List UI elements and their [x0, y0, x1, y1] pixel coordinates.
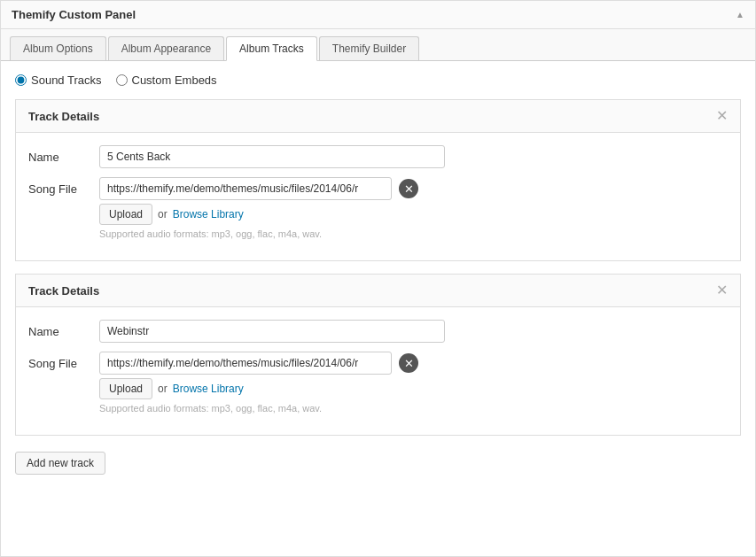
track-type-radio-group: Sound Tracks Custom Embeds: [15, 73, 741, 87]
remove-track-2-button[interactable]: ✕: [716, 283, 728, 298]
sound-tracks-radio[interactable]: [15, 74, 27, 86]
track-2-supported-formats: Supported audio formats: mp3, ogg, flac,…: [99, 403, 728, 414]
collapse-icon[interactable]: ▲: [736, 10, 744, 19]
track-1-supported-formats: Supported audio formats: mp3, ogg, flac,…: [99, 228, 728, 239]
track-1-fields: Name Song File ✕ Upload: [16, 133, 740, 260]
track-1-name-label: Name: [28, 145, 99, 164]
track-1-upload-row: Upload or Browse Library: [99, 204, 728, 225]
custom-embeds-radio[interactable]: [116, 74, 128, 86]
track-1-song-file-label: Song File: [28, 177, 99, 196]
track-1-song-file-input[interactable]: [99, 177, 392, 200]
track-1-upload-button[interactable]: Upload: [99, 204, 152, 225]
track-block-1: Track Details ✕ Name Song File: [15, 99, 741, 261]
track-1-song-file-row: Song File ✕ Upload or Browse Library Sup…: [28, 177, 728, 239]
track-2-fields: Name Song File ✕ Upload: [16, 307, 740, 435]
track-1-browse-library-link[interactable]: Browse Library: [173, 208, 244, 220]
track-2-name-input-group: [99, 320, 728, 343]
remove-track-1-button[interactable]: ✕: [716, 109, 728, 123]
track-header-2: Track Details ✕: [16, 275, 740, 307]
track-2-name-row: Name: [28, 320, 728, 343]
panel-header: Themify Custom Panel ▲: [1, 1, 755, 29]
radio-option-custom-embeds[interactable]: Custom Embeds: [116, 73, 217, 87]
track-2-remove-file-button[interactable]: ✕: [399, 353, 418, 373]
tab-album-appearance[interactable]: Album Appearance: [108, 36, 224, 60]
radio-option-sound-tracks[interactable]: Sound Tracks: [15, 73, 102, 87]
tabs-row: Album Options Album Appearance Album Tra…: [1, 29, 755, 61]
track-2-song-file-row: Song File ✕ Upload or Browse Library Sup…: [28, 352, 728, 414]
track-2-name-label: Name: [28, 320, 99, 338]
track-2-upload-row: Upload or Browse Library: [99, 378, 728, 399]
track-2-upload-button[interactable]: Upload: [99, 378, 152, 399]
track-block-2: Track Details ✕ Name Song File: [15, 274, 741, 436]
track-1-song-file-url-row: ✕: [99, 177, 728, 200]
track-2-title: Track Details: [28, 284, 99, 298]
tab-album-options[interactable]: Album Options: [10, 36, 106, 60]
track-2-or-text: or: [158, 383, 168, 395]
themify-custom-panel: Themify Custom Panel ▲ Album Options Alb…: [0, 0, 756, 557]
track-1-song-file-input-group: ✕ Upload or Browse Library Supported aud…: [99, 177, 728, 239]
track-1-name-row: Name: [28, 145, 728, 168]
track-1-or-text: or: [158, 208, 168, 220]
track-2-song-file-label: Song File: [28, 352, 99, 370]
panel-title: Themify Custom Panel: [12, 8, 136, 21]
sound-tracks-label: Sound Tracks: [31, 73, 102, 87]
track-1-name-input[interactable]: [99, 145, 445, 168]
tab-themify-builder[interactable]: Themify Builder: [319, 36, 419, 60]
track-1-name-input-group: [99, 145, 728, 168]
track-2-song-file-url-row: ✕: [99, 352, 728, 375]
track-1-remove-file-button[interactable]: ✕: [399, 179, 418, 198]
track-2-song-file-input-group: ✕ Upload or Browse Library Supported aud…: [99, 352, 728, 414]
track-header-1: Track Details ✕: [16, 100, 740, 133]
track-2-browse-library-link[interactable]: Browse Library: [173, 383, 244, 395]
panel-content: Sound Tracks Custom Embeds Track Details…: [1, 61, 755, 487]
add-new-track-button[interactable]: Add new track: [15, 452, 105, 475]
track-2-song-file-input[interactable]: [99, 352, 392, 375]
track-1-title: Track Details: [28, 110, 99, 123]
custom-embeds-label: Custom Embeds: [132, 73, 217, 87]
tab-album-tracks[interactable]: Album Tracks: [226, 36, 317, 61]
track-2-name-input[interactable]: [99, 320, 445, 343]
